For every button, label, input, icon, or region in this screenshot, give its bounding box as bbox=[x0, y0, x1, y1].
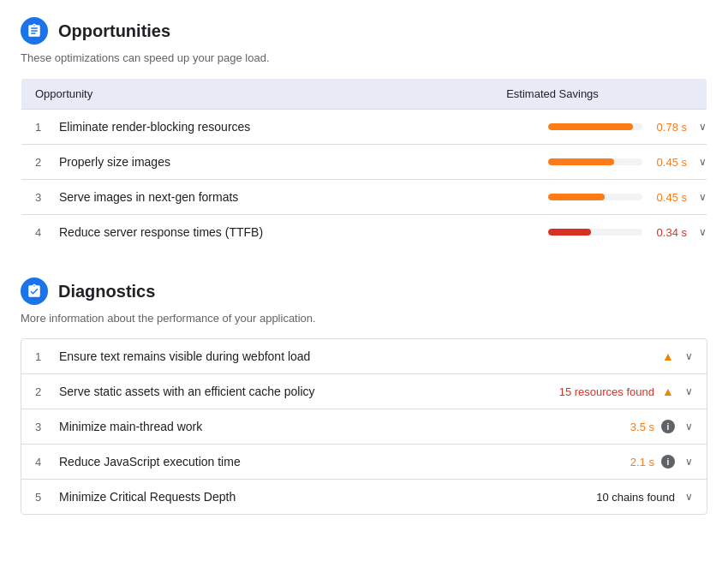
diag-value-5: 10 chains found bbox=[596, 491, 675, 504]
opportunities-table-header-row: Opportunity Estimated Savings bbox=[21, 79, 707, 110]
chevron-icon-1[interactable]: ∨ bbox=[699, 121, 707, 133]
diag-row-3[interactable]: 3 Minimize main-thread work 3.5 s i ∨ bbox=[21, 409, 707, 444]
opp-label-3: Serve images in next-gen formats bbox=[52, 190, 385, 204]
opp-cell-savings-1: 0.78 s ∨ bbox=[398, 110, 707, 145]
warning-icon-1: ▲ bbox=[661, 349, 675, 363]
diagnostics-title: Diagnostics bbox=[58, 282, 155, 301]
opp-num-4: 4 bbox=[35, 226, 52, 239]
diag-right-4: 2.1 s i ∨ bbox=[556, 455, 693, 468]
diag-row-1[interactable]: 1 Ensure text remains visible during web… bbox=[21, 339, 707, 373]
savings-bar-4 bbox=[548, 229, 591, 236]
chevron-icon-diag-1[interactable]: ∨ bbox=[685, 350, 693, 362]
warning-icon-2: ▲ bbox=[661, 385, 675, 398]
diag-label-3: Minimize main-thread work bbox=[52, 420, 556, 433]
diag-num-1: 1 bbox=[35, 350, 52, 363]
savings-bar-wrap-2 bbox=[548, 158, 642, 165]
diagnostics-clipboard-icon bbox=[27, 283, 42, 299]
opportunities-subtitle: These optimizations can speed up your pa… bbox=[21, 51, 707, 64]
diag-right-5: 10 chains found ∨ bbox=[556, 491, 693, 504]
clipboard-icon bbox=[27, 23, 42, 39]
opportunities-header: Opportunities bbox=[21, 17, 707, 45]
chevron-icon-3[interactable]: ∨ bbox=[699, 191, 707, 203]
diag-num-2: 2 bbox=[35, 385, 52, 398]
opp-cell-label-4: 4 Reduce server response times (TTFB) bbox=[21, 215, 399, 250]
diag-num-4: 4 bbox=[35, 456, 52, 468]
diag-label-2: Serve static assets with an efficient ca… bbox=[52, 385, 556, 398]
diagnostics-icon bbox=[21, 278, 48, 305]
chevron-icon-diag-5[interactable]: ∨ bbox=[685, 491, 693, 503]
diag-row-4[interactable]: 4 Reduce JavaScript execution time 2.1 s… bbox=[21, 444, 707, 479]
opportunities-section: Opportunities These optimizations can sp… bbox=[21, 17, 707, 250]
diag-row-2[interactable]: 2 Serve static assets with an efficient … bbox=[21, 373, 707, 409]
diagnostics-subtitle: More information about the performance o… bbox=[21, 312, 707, 325]
opp-cell-label-3: 3 Serve images in next-gen formats bbox=[21, 180, 399, 215]
diagnostics-section: Diagnostics More information about the p… bbox=[21, 278, 707, 515]
savings-bar-1 bbox=[548, 123, 633, 130]
chevron-icon-2[interactable]: ∨ bbox=[699, 156, 707, 168]
diag-label-5: Minimize Critical Requests Depth bbox=[52, 490, 556, 504]
chevron-icon-diag-3[interactable]: ∨ bbox=[685, 421, 693, 433]
opp-num-2: 2 bbox=[35, 156, 52, 169]
savings-value-3: 0.45 s bbox=[651, 191, 687, 204]
opportunities-title: Opportunities bbox=[58, 21, 170, 41]
diag-value-2: 15 resources found bbox=[559, 385, 654, 398]
diagnostics-table: 1 Ensure text remains visible during web… bbox=[21, 338, 707, 515]
diag-label-1: Ensure text remains visible during webfo… bbox=[52, 349, 556, 363]
diag-right-1: ▲ ∨ bbox=[556, 349, 693, 363]
savings-bar-wrap-4 bbox=[548, 229, 642, 236]
opp-num-1: 1 bbox=[35, 121, 52, 134]
diag-label-4: Reduce JavaScript execution time bbox=[52, 455, 556, 468]
opp-row-4[interactable]: 4 Reduce server response times (TTFB) 0.… bbox=[21, 215, 707, 250]
col-opportunity: Opportunity bbox=[21, 79, 399, 110]
opp-cell-savings-4: 0.34 s ∨ bbox=[398, 215, 707, 250]
savings-value-4: 0.34 s bbox=[651, 226, 687, 239]
col-savings: Estimated Savings bbox=[398, 79, 707, 110]
diag-value-3: 3.5 s bbox=[630, 421, 654, 433]
savings-bar-wrap-3 bbox=[548, 194, 642, 200]
savings-bar-2 bbox=[548, 158, 614, 165]
diag-num-3: 3 bbox=[35, 421, 52, 433]
opp-label-1: Eliminate render-blocking resources bbox=[52, 120, 385, 134]
opp-cell-savings-3: 0.45 s ∨ bbox=[398, 180, 707, 215]
opp-num-3: 3 bbox=[35, 191, 52, 204]
diagnostics-header: Diagnostics bbox=[21, 278, 707, 305]
opp-cell-label-2: 2 Properly size images bbox=[21, 145, 399, 180]
info-icon-3: i bbox=[661, 420, 675, 433]
opp-row-1[interactable]: 1 Eliminate render-blocking resources 0.… bbox=[21, 110, 707, 145]
diag-row-5[interactable]: 5 Minimize Critical Requests Depth 10 ch… bbox=[21, 479, 707, 514]
opp-row-3[interactable]: 3 Serve images in next-gen formats 0.45 … bbox=[21, 180, 707, 215]
opp-cell-label-1: 1 Eliminate render-blocking resources bbox=[21, 110, 399, 145]
diag-value-4: 2.1 s bbox=[630, 456, 654, 468]
opp-row-2[interactable]: 2 Properly size images 0.45 s ∨ bbox=[21, 145, 707, 180]
opp-label-2: Properly size images bbox=[52, 155, 385, 169]
diag-right-3: 3.5 s i ∨ bbox=[556, 420, 693, 433]
diag-right-2: 15 resources found ▲ ∨ bbox=[556, 385, 693, 398]
savings-value-2: 0.45 s bbox=[651, 156, 687, 169]
opp-cell-savings-2: 0.45 s ∨ bbox=[398, 145, 707, 180]
savings-bar-wrap-1 bbox=[548, 123, 642, 130]
opportunities-table: Opportunity Estimated Savings 1 Eliminat… bbox=[21, 78, 707, 250]
opp-label-4: Reduce server response times (TTFB) bbox=[52, 225, 385, 239]
diag-num-5: 5 bbox=[35, 491, 52, 504]
chevron-icon-diag-2[interactable]: ∨ bbox=[685, 385, 693, 397]
savings-value-1: 0.78 s bbox=[651, 121, 687, 134]
chevron-icon-diag-4[interactable]: ∨ bbox=[685, 456, 693, 468]
savings-bar-3 bbox=[548, 194, 605, 200]
info-icon-4: i bbox=[661, 455, 675, 468]
chevron-icon-4[interactable]: ∨ bbox=[699, 226, 707, 238]
opportunities-icon bbox=[21, 17, 48, 45]
